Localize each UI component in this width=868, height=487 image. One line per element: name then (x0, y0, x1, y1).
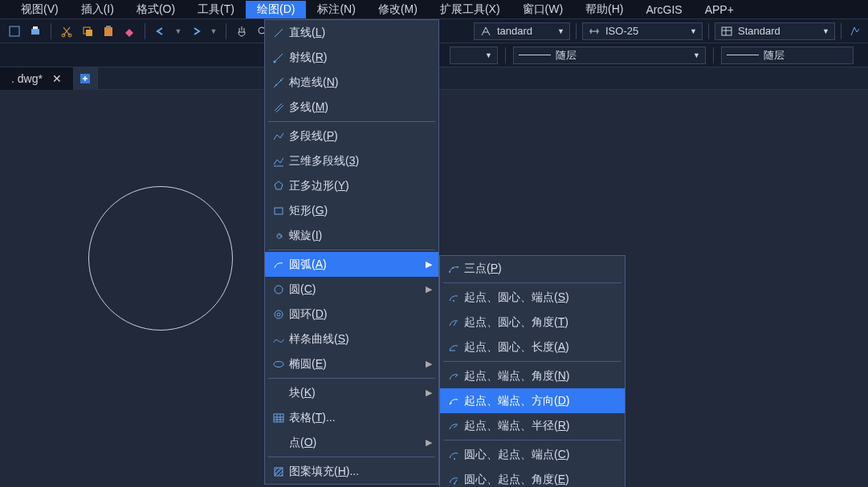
svg-point-25 (452, 267, 454, 269)
menu-item-circle[interactable]: 圆(C)▶ (265, 277, 438, 302)
tool-undo-icon[interactable] (153, 23, 169, 39)
point-icon (268, 436, 289, 449)
draw-menu: 直线(L)射线(R)构造线(N)多线(M)多段线(P)三维多段线(3)正多边形(… (264, 19, 439, 485)
menubar-item[interactable]: 绘图(D) (246, 1, 306, 18)
svg-point-14 (275, 84, 277, 86)
menu-item-arc_sca[interactable]: 起点、圆心、角度(T) (440, 310, 625, 335)
multiline-icon (268, 101, 289, 114)
svg-point-23 (449, 271, 450, 273)
tablestyle-dropdown[interactable]: Standard ▼ (715, 22, 835, 40)
menu-item-label: 起点、圆心、长度(A) (464, 340, 618, 355)
menu-item-label: 正多边形(Y) (289, 179, 432, 193)
svg-point-15 (280, 79, 282, 81)
dropdown-label: 随层 (556, 48, 577, 63)
linetype-dropdown[interactable]: ▼ (450, 47, 498, 64)
menu-item-label: 起点、端点、方向(D) (464, 394, 618, 408)
menubar-item[interactable]: 帮助(H) (574, 1, 634, 18)
lineweight-dropdown[interactable]: 随层 ▼ (513, 47, 706, 64)
polyline-icon (268, 130, 289, 143)
menu-item-line[interactable]: 直线(L) (265, 20, 438, 45)
dimstyle-dropdown[interactable]: ISO-25 ▼ (582, 22, 703, 40)
menubar-item[interactable]: 格式(O) (125, 1, 186, 18)
menu-item-label: 圆环(D) (289, 307, 432, 322)
menu-item-label: 点(O) (289, 436, 426, 450)
menu-item-block[interactable]: 块(K)▶ (265, 380, 438, 405)
menu-item-arc[interactable]: 圆弧(A)▶ (265, 252, 438, 277)
menubar-item[interactable]: 工具(T) (186, 1, 246, 18)
menu-item-polygon[interactable]: 正多边形(Y) (265, 173, 438, 198)
tool-eraser-icon[interactable] (121, 23, 137, 39)
tool-paste-icon[interactable] (100, 23, 116, 39)
spiral-icon (268, 229, 289, 242)
menubar-item[interactable]: 标注(N) (306, 1, 366, 18)
menu-item-label: 起点、端点、角度(N) (464, 369, 618, 384)
menubar-item[interactable]: 窗口(W) (511, 1, 575, 18)
arc_sca-icon (443, 316, 464, 329)
menubar-item[interactable]: 修改(M) (367, 1, 429, 18)
circle-shape (88, 186, 233, 331)
arc_cse-icon (443, 448, 464, 461)
menu-item-label: 起点、圆心、角度(T) (464, 315, 618, 330)
chevron-down-icon: ▼ (822, 27, 829, 35)
new-tab-button[interactable] (74, 67, 98, 90)
tool-copy-icon[interactable] (79, 23, 96, 39)
menu-item-label: 图案填充(H)... (289, 465, 432, 479)
menu-item-label: 圆弧(A) (289, 258, 426, 272)
tool-btn[interactable] (847, 23, 863, 39)
tool-redo-icon[interactable] (188, 23, 204, 39)
menu-item-label: 椭圆(E) (289, 357, 426, 371)
chevron-down-icon[interactable]: ▼ (173, 23, 183, 39)
arc_csa-icon (443, 473, 464, 486)
lineweight2-dropdown[interactable]: 随层 (721, 47, 854, 64)
menubar-item[interactable]: ArcGIS (635, 2, 694, 18)
ellipse-icon (268, 358, 289, 371)
menubar-item[interactable]: 扩展工具(X) (429, 1, 511, 18)
menu-item-rect[interactable]: 矩形(G) (265, 198, 438, 223)
menubar-item[interactable]: 视图(V) (10, 1, 70, 18)
menu-item-arc_sea[interactable]: 起点、端点、角度(N) (440, 363, 625, 388)
donut-icon (268, 308, 289, 321)
svg-rect-1 (31, 29, 39, 34)
menu-item-ray[interactable]: 射线(R) (265, 45, 438, 70)
menu-item-point[interactable]: 点(O)▶ (265, 430, 438, 455)
menu-item-donut[interactable]: 圆环(D) (265, 302, 438, 327)
close-icon[interactable]: ✕ (52, 72, 62, 85)
menubar-item[interactable]: APP+ (694, 2, 745, 18)
menu-item-polyline[interactable]: 多段线(P) (265, 124, 438, 148)
menu-item-arc_csa[interactable]: 圆心、起点、角度(E) (440, 467, 625, 487)
menu-item-arc_sce[interactable]: 起点、圆心、端点(S) (440, 285, 625, 310)
menu-item-multiline[interactable]: 多线(M) (265, 95, 438, 120)
ray-icon (268, 51, 289, 64)
menu-item-conline[interactable]: 构造线(N) (265, 70, 438, 95)
menubar-item[interactable]: 插入(I) (70, 1, 125, 18)
menu-item-arc3p[interactable]: 三点(P) (440, 256, 625, 281)
menu-item-arc_ser[interactable]: 起点、端点、半径(R) (440, 413, 625, 438)
document-tab[interactable]: . dwg* ✕ (0, 67, 74, 90)
chevron-down-icon[interactable]: ▼ (209, 23, 218, 39)
svg-rect-7 (104, 27, 112, 36)
rect-icon (268, 205, 289, 217)
arc3p-icon (443, 262, 464, 275)
arc-icon (268, 258, 289, 271)
menu-item-arc_cse[interactable]: 圆心、起点、端点(C) (440, 442, 625, 467)
tool-pan-icon[interactable] (234, 23, 250, 39)
chevron-down-icon: ▼ (693, 51, 700, 59)
tool-print-icon[interactable] (27, 23, 43, 39)
tool-cut-icon[interactable] (59, 23, 75, 39)
menu-item-3dpoly[interactable]: 三维多段线(3) (265, 148, 438, 173)
menu-item-hatch[interactable]: 图案填充(H)... (265, 459, 438, 484)
textstyle-dropdown[interactable]: tandard ▼ (474, 22, 570, 40)
menu-item-arc_sed[interactable]: 起点、端点、方向(D) (440, 388, 625, 413)
menu-item-spline[interactable]: 样条曲线(S) (265, 327, 438, 351)
arc_sea-icon (443, 370, 464, 383)
menu-item-label: 三点(P) (464, 262, 618, 276)
menu-item-ellipse[interactable]: 椭圆(E)▶ (265, 351, 438, 376)
svg-point-27 (454, 458, 455, 460)
menu-item-spiral[interactable]: 螺旋(I) (265, 223, 438, 248)
menu-item-label: 圆心、起点、端点(C) (464, 448, 618, 462)
submenu-arrow-icon: ▶ (426, 388, 432, 398)
menu-item-label: 矩形(G) (289, 204, 432, 218)
menu-item-table[interactable]: 表格(T)... (265, 405, 438, 430)
tool-btn[interactable] (6, 23, 22, 39)
menu-item-arc_scl[interactable]: 起点、圆心、长度(A) (440, 335, 625, 359)
